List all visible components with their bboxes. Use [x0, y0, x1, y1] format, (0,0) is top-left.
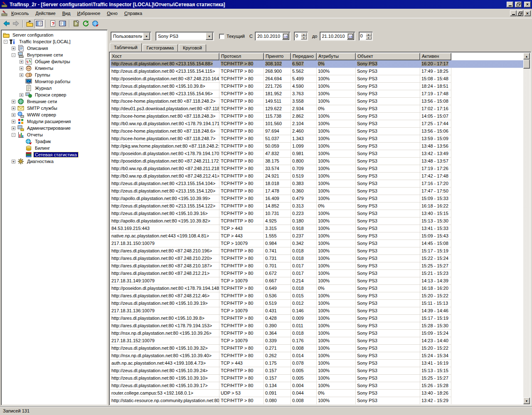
show-console-tree-button[interactable]: [34, 19, 44, 28]
table-row[interactable]: http://zeus.dl.playstation.net:80 <213.1…: [110, 188, 523, 195]
column-header-2[interactable]: Принято: [264, 53, 291, 60]
chevron-down-icon[interactable]: ▼: [143, 32, 150, 40]
table-row[interactable]: http://ares.dl.playstation.net:80 <87.24…: [110, 262, 523, 270]
expand-icon[interactable]: +: [12, 160, 15, 163]
tree-item-modules[interactable]: +Модули расширения: [2, 118, 106, 125]
table-row[interactable]: http://scee-home.playstation.net:80 <87.…: [110, 135, 523, 143]
table-row[interactable]: http://ares.dl.playstation.net:80 <87.24…: [110, 255, 523, 262]
column-header-3[interactable]: Передано: [291, 53, 317, 60]
table-row[interactable]: router.college.campus:53 <192.168.0.1>UD…: [110, 390, 523, 397]
tree-item-traffic[interactable]: Трафик: [2, 138, 106, 145]
scroll-thumb[interactable]: [523, 59, 530, 69]
menu-item-3[interactable]: Избранное: [74, 10, 104, 17]
minimize-button[interactable]: [507, 2, 513, 7]
back-button[interactable]: [2, 19, 11, 28]
table-row[interactable]: http://nsx.np.dl.playstation.net:80 <195…: [110, 330, 523, 337]
tree-item-monitor[interactable]: Монитор работы: [2, 78, 106, 85]
table-row[interactable]: http://zeus.dl.playstation.net:80 <195.1…: [110, 367, 523, 375]
table-row[interactable]: auth.np.ac.playstation.net:443 <199.108.…: [110, 360, 523, 367]
table-row[interactable]: http://poseidon.dl.playstation.net:80 <1…: [110, 150, 523, 158]
table-row[interactable]: 217.18.31.150:10079TCP > 100790.9840.342…: [110, 240, 523, 247]
table-row[interactable]: http://deu01.ps3.download.playstation.ne…: [110, 105, 523, 113]
table-row[interactable]: http://zeus.dl.playstation.net:80 <213.1…: [110, 203, 523, 210]
spin-down-icon[interactable]: ▼: [366, 36, 372, 40]
table-row[interactable]: 217.18.31.149:10079TCP > 100790.6670.214…: [110, 277, 523, 285]
tree-item-journal[interactable]: Журнал: [2, 85, 106, 91]
up-one-level-button[interactable]: [25, 19, 34, 28]
menu-item-0[interactable]: Консоль: [8, 10, 32, 17]
table-row[interactable]: http://scee-home.playstation.net:80 <87.…: [110, 128, 523, 135]
collapse-icon[interactable]: -: [4, 40, 7, 44]
expand-icon[interactable]: +: [20, 67, 23, 70]
column-header-0[interactable]: Хост: [110, 53, 219, 60]
expand-icon[interactable]: +: [12, 106, 15, 110]
mdi-minimize-button[interactable]: [510, 10, 517, 16]
table-row[interactable]: http://static-resource.np.community.play…: [110, 397, 523, 404]
table-row[interactable]: http://ares.dl.playstation.net:80 <195.1…: [110, 315, 523, 322]
table-row[interactable]: 217.18.31.136:10079TCP > 100790.4310.146…: [110, 307, 523, 315]
table-row[interactable]: http://b0.ww.np.dl.playstation.net:80 <8…: [110, 165, 523, 173]
tree-item-billing[interactable]: Билинг: [2, 145, 106, 151]
table-row[interactable]: http://pkg.ww.home.playstation.net:80 <8…: [110, 143, 523, 150]
tree-item-filters[interactable]: +Общие фильтры: [2, 58, 106, 65]
column-header-5[interactable]: Объект: [356, 53, 420, 60]
vertical-scrollbar[interactable]: ▲ ▼: [523, 53, 530, 404]
table-row[interactable]: http://apollo.dl.playstation.net:80 <195…: [110, 195, 523, 203]
spin-down-icon[interactable]: ▼: [301, 36, 307, 40]
current-checkbox[interactable]: [219, 34, 224, 39]
table-row[interactable]: http://zeus.dl.playstation.net:80 <195.1…: [110, 300, 523, 307]
help-button[interactable]: ?: [48, 19, 58, 28]
expand-icon[interactable]: +: [12, 100, 15, 104]
column-header-6[interactable]: Активен: [420, 53, 451, 60]
from-date-field[interactable]: 20.10.2010 15: [255, 32, 291, 41]
table-row[interactable]: http://apollo.dl.playstation.net:80 <195…: [110, 217, 523, 225]
spin-up-icon[interactable]: ▲: [301, 33, 307, 36]
expand-icon[interactable]: +: [12, 113, 15, 117]
restore-button[interactable]: [515, 2, 522, 7]
table-row[interactable]: http://ares.dl.playstation.net:80 <87.24…: [110, 292, 523, 300]
table-row[interactable]: http://zeus.dl.playstation.net:80 <195.1…: [110, 210, 523, 217]
table-row[interactable]: http://zeus.dl.playstation.net:80 <213.1…: [110, 90, 523, 98]
expand-icon[interactable]: +: [20, 73, 23, 77]
table-row[interactable]: http://zeus.dl.playstation.net:80 <213.1…: [110, 60, 523, 68]
scroll-down-button[interactable]: ▼: [523, 398, 530, 404]
forward-button[interactable]: [11, 19, 21, 28]
tab-2[interactable]: Круговой: [179, 44, 206, 52]
tab-1[interactable]: Гистограмма: [143, 44, 178, 52]
table-row[interactable]: 84.53.169.215:443TCP > 4433.3150.918100%…: [110, 225, 523, 232]
table-row[interactable]: http://zeus.dl.playstation.net:80 <213.1…: [110, 68, 523, 75]
to-hour-spinner[interactable]: 0 ▲▼: [359, 32, 373, 41]
collapse-icon[interactable]: -: [12, 133, 15, 137]
table-row[interactable]: http://nsx.np.dl.playstation.net:80 <195…: [110, 352, 523, 360]
tree-item-folder[interactable]: Server configuration: [2, 32, 106, 38]
table-row[interactable]: http://ares.dl.playstation.net:80 <87.24…: [110, 247, 523, 255]
menu-item-5[interactable]: Справка: [121, 10, 145, 17]
table-row[interactable]: http://ares.dl.playstation.net:80 <87.24…: [110, 270, 523, 277]
tree-item-descriptions[interactable]: +Описания: [2, 45, 106, 52]
table-row[interactable]: http://poseidon.dl.playstation.net:80 <8…: [110, 75, 523, 83]
tab-0[interactable]: Табличный: [110, 43, 142, 52]
menu-item-4[interactable]: Окно: [103, 10, 121, 17]
web-report-button[interactable]: [91, 19, 100, 28]
expand-icon[interactable]: +: [12, 47, 15, 50]
table-row[interactable]: http://zeus.dl.playstation.net:80 <195.1…: [110, 382, 523, 390]
table-row[interactable]: 217.18.31.152:10079TCP > 100790.3390.176…: [110, 337, 523, 345]
tree-item-reports[interactable]: -Отчеты: [2, 131, 106, 138]
table-row[interactable]: http://zeus.dl.playstation.net:80 <195.1…: [110, 345, 523, 352]
tree-item-www-server[interactable]: +WWW сервер: [2, 111, 106, 118]
table-row[interactable]: http://scee-home.playstation.net:80 <87.…: [110, 98, 523, 105]
tree-item-internal-networks[interactable]: -Внутренние сети: [2, 52, 106, 58]
mdi-restore-button[interactable]: [517, 10, 523, 16]
mdi-child-icon[interactable]: [1, 10, 8, 17]
tree-item-clients[interactable]: +Клиенты: [2, 65, 106, 72]
table-row[interactable]: http://zeus.dl.playstation.net:80 <195.1…: [110, 375, 523, 382]
expand-icon[interactable]: +: [12, 126, 15, 130]
close-button[interactable]: ×: [524, 2, 531, 7]
menu-item-1[interactable]: Действие: [32, 10, 59, 17]
table-row[interactable]: http://scee-home.playstation.net:80 <87.…: [110, 113, 523, 120]
column-header-1[interactable]: Протокол: [219, 53, 264, 60]
table-row[interactable]: http://b0.ww.np.dl.playstation.net:80 <8…: [110, 173, 523, 180]
tree-item-admin[interactable]: +Администрирование: [2, 125, 106, 131]
calendar-icon[interactable]: 15: [282, 32, 289, 40]
tree-item-proxy[interactable]: +Прокси сервер: [2, 91, 106, 98]
